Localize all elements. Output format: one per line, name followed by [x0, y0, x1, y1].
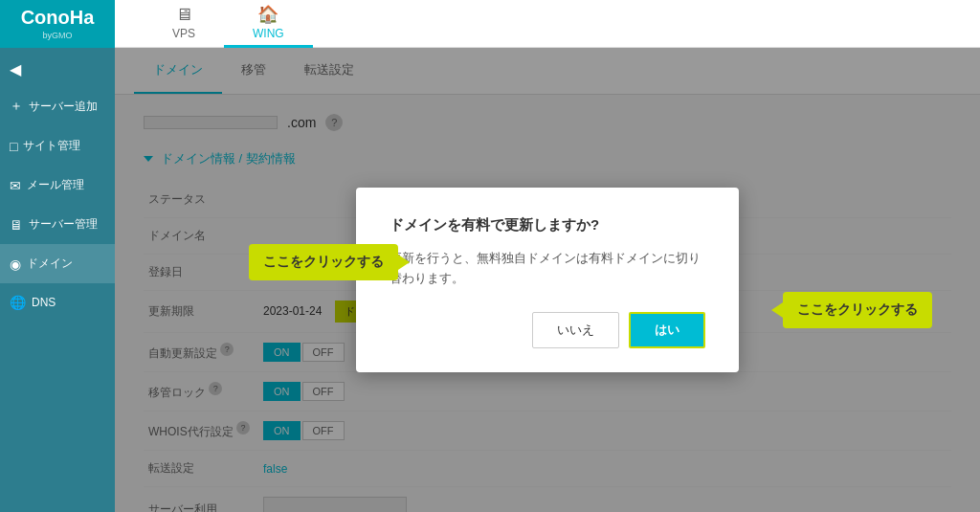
- sidebar-item-dns[interactable]: 🌐 DNS: [0, 283, 115, 322]
- plus-icon: ＋: [10, 98, 23, 115]
- content-area: ドメイン 移管 転送設定 .com ? ドメイン情報 / 契約情報 ス: [115, 48, 980, 512]
- sidebar-item-mail-manage[interactable]: ✉ メール管理: [0, 166, 115, 205]
- domain-icon: ◉: [10, 256, 21, 272]
- sidebar-item-domain[interactable]: ◉ ドメイン: [0, 244, 115, 283]
- callout-left: ここをクリックする: [249, 244, 398, 280]
- nav-tabs: 🖥 VPS 🏠 WING: [144, 0, 313, 48]
- callout-right: ここをクリックする: [783, 292, 932, 328]
- tab-vps[interactable]: 🖥 VPS: [144, 0, 224, 48]
- logo-sub: byGMO: [42, 31, 72, 40]
- sidebar-item-site-manage[interactable]: □ サイト管理: [0, 126, 115, 166]
- wing-icon: 🏠: [257, 4, 278, 25]
- dialog-buttons: いいえ はい: [390, 312, 705, 348]
- dialog-title: ドメインを有料で更新しますか?: [390, 216, 705, 234]
- sidebar-label-server-add: サーバー追加: [29, 99, 98, 115]
- vps-icon: 🖥: [175, 5, 192, 25]
- sidebar-item-server-add[interactable]: ＋ サーバー追加: [0, 86, 115, 126]
- tab-wing-label: WING: [253, 27, 284, 40]
- server-icon: 🖥: [10, 217, 23, 233]
- dialog-overlay: ドメインを有料で更新しますか? 更新を行うと、無料独自ドメインは有料ドメインに切…: [115, 48, 980, 512]
- dialog-body: 更新を行うと、無料独自ドメインは有料ドメインに切り替わります。: [390, 249, 705, 289]
- sidebar-label-domain: ドメイン: [27, 256, 73, 272]
- sidebar-back[interactable]: ◀: [0, 53, 115, 86]
- mail-icon: ✉: [10, 178, 21, 193]
- sidebar-label-dns: DNS: [32, 296, 56, 309]
- sidebar-item-server-manage[interactable]: 🖥 サーバー管理: [0, 205, 115, 244]
- sidebar-label-mail-manage: メール管理: [27, 177, 84, 193]
- dialog-no-button[interactable]: いいえ: [532, 312, 619, 348]
- logo: ConoHa: [21, 7, 95, 29]
- sidebar: ◀ ＋ サーバー追加 □ サイト管理 ✉ メール管理 🖥 サーバー管理 ◉ ドメ…: [0, 48, 115, 512]
- dns-icon: 🌐: [10, 295, 26, 310]
- site-icon: □: [10, 139, 17, 154]
- confirm-dialog: ドメインを有料で更新しますか? 更新を行うと、無料独自ドメインは有料ドメインに切…: [356, 188, 739, 373]
- sidebar-label-server-manage: サーバー管理: [29, 216, 98, 233]
- dialog-yes-button[interactable]: はい: [629, 312, 705, 348]
- tab-wing[interactable]: 🏠 WING: [224, 0, 313, 48]
- sidebar-label-site-manage: サイト管理: [23, 138, 80, 154]
- header: ConoHa byGMO 🖥 VPS 🏠 WING: [0, 0, 980, 48]
- main-layout: ◀ ＋ サーバー追加 □ サイト管理 ✉ メール管理 🖥 サーバー管理 ◉ ドメ…: [0, 48, 980, 512]
- logo-area: ConoHa byGMO: [0, 0, 115, 48]
- tab-vps-label: VPS: [172, 27, 195, 40]
